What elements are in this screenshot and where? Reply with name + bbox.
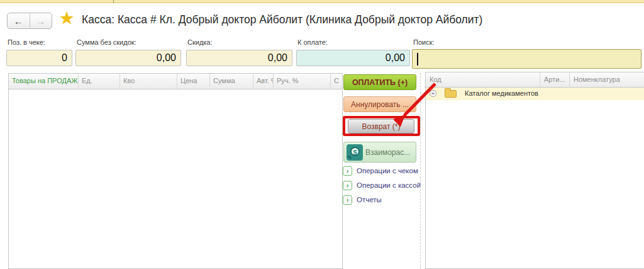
column-header-truncated[interactable]: С	[331, 74, 342, 89]
pay-button[interactable]: ОПЛАТИТЬ (+)	[343, 74, 416, 90]
back-icon: ←	[14, 16, 23, 26]
mutual-settlements-icon: $	[347, 144, 363, 161]
chevron-right-icon: ›	[343, 166, 352, 176]
window-tab-strip	[0, 0, 644, 3]
products-table-body[interactable]	[9, 89, 342, 269]
sum-no-discount-label: Сумма без скидок:	[77, 38, 136, 46]
page-title: Касса: Касса # Кл. Добрый доктор Айболит…	[82, 13, 482, 26]
discount-label: Скидка:	[187, 38, 213, 46]
column-header-nomenclature[interactable]: Номенклатура	[570, 72, 644, 87]
text-caret	[417, 53, 418, 66]
forward-button[interactable]: →	[30, 13, 52, 28]
expand-plus-icon[interactable]: +	[430, 90, 436, 97]
positions-field[interactable]: 0	[6, 50, 72, 66]
chevron-right-icon: ›	[343, 181, 352, 190]
folder-icon	[445, 90, 457, 98]
catalog-table-body[interactable]	[426, 100, 644, 269]
link-receipt-operations[interactable]: › Операции с чеком	[343, 165, 418, 176]
link-label: Операции с кассой	[357, 181, 421, 189]
link-label: Операции с чеком	[357, 167, 418, 175]
search-label: Поиск:	[413, 38, 435, 46]
panel-divider	[420, 73, 421, 269]
refund-button[interactable]: Возврат (*)	[348, 119, 414, 134]
annul-button[interactable]: Аннулировать ...	[343, 96, 416, 112]
link-cash-operations[interactable]: › Операции с кассой	[343, 180, 421, 191]
to-pay-field[interactable]: 0,00	[296, 50, 410, 66]
link-label: Отчеты	[357, 196, 382, 203]
column-header-unit[interactable]: Ед.	[79, 74, 120, 89]
link-reports[interactable]: › Отчеты	[343, 194, 382, 205]
dollar-lens-icon: $	[350, 147, 360, 156]
column-header-code[interactable]: Код	[426, 72, 540, 87]
lens-handle	[347, 155, 352, 159]
products-table: Товары на ПРОДАЖУ Ед. Кво Цена Сумма Авт…	[8, 73, 343, 269]
tab-divider	[113, 0, 114, 3]
catalog-table: Код Арти... Номенклатура + Каталог медик…	[425, 72, 644, 269]
catalog-row-label: Каталог медикаментов, т...	[465, 89, 539, 97]
column-header-sum[interactable]: Сумма	[210, 74, 253, 89]
search-input[interactable]	[412, 49, 641, 69]
column-header-price[interactable]: Цена	[177, 74, 210, 89]
discount-field[interactable]: 0,00	[186, 50, 292, 66]
mutual-settlements-button[interactable]: $ Взаиморас...	[343, 142, 416, 163]
catalog-table-header: Код Арти... Номенклатура	[426, 72, 644, 88]
sum-no-discount-field[interactable]: 0,00	[75, 50, 181, 66]
favorite-star-icon[interactable]: ★	[59, 8, 74, 28]
products-table-header: Товары на ПРОДАЖУ Ед. Кво Цена Сумма Авт…	[9, 74, 342, 89]
column-header-auto-pct[interactable]: Авт. %	[253, 74, 274, 89]
catalog-row-medicines[interactable]: + Каталог медикаментов, т...	[426, 88, 644, 100]
to-pay-label: К оплате:	[297, 38, 328, 46]
column-header-products[interactable]: Товары на ПРОДАЖУ	[9, 74, 79, 89]
history-nav: ← →	[7, 13, 52, 29]
column-header-qty[interactable]: Кво	[120, 74, 177, 89]
back-button[interactable]: ←	[8, 13, 30, 28]
positions-label: Поз. в чеке:	[8, 38, 45, 46]
column-header-manual-pct[interactable]: Руч. %	[274, 74, 331, 89]
column-header-article[interactable]: Арти...	[540, 72, 570, 87]
mutual-settlements-label: Взаиморас...	[365, 148, 410, 157]
forward-icon: →	[36, 16, 45, 26]
chevron-right-icon: ›	[343, 195, 352, 205]
